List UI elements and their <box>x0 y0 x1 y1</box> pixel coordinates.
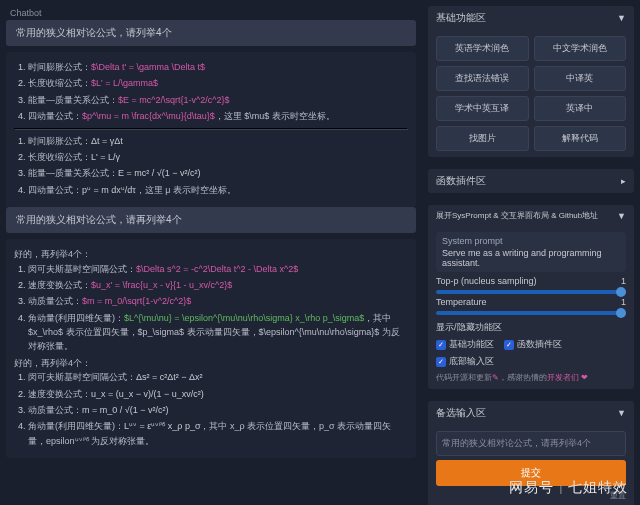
temp-slider[interactable] <box>436 311 626 315</box>
topp-slider[interactable] <box>436 290 626 294</box>
topp-value: 1 <box>621 276 626 286</box>
list-item: 动质量公式：m = m_0 / √(1 − v²/c²) <box>28 403 408 417</box>
reset-link[interactable]: 重置 <box>436 490 626 501</box>
list-item: 时间膨胀公式：$\Delta t' = \gamma \Delta t$ <box>28 60 408 74</box>
assistant-message-1: 时间膨胀公式：$\Delta t' = \gamma \Delta t$ 长度收… <box>6 52 416 207</box>
chat-main: Chatbot 常用的狭义相对论公式，请列举4个 时间膨胀公式：$\Delta … <box>0 0 422 505</box>
chevron-right-icon: ▸ <box>621 176 626 186</box>
settings-section: 展开SysPrompt & 交互界面布局 & Github地址▼ System … <box>428 205 634 389</box>
check-input[interactable]: ✓底部输入区 <box>436 355 494 368</box>
user-message-2: 常用的狭义相对论公式，请再列举4个 <box>6 207 416 233</box>
list-item: 能量—质量关系公式：E = mc² / √(1 − v²/c²) <box>28 166 408 180</box>
footnote: 代码开源和更新✎，感谢热情的开发者们 ❤ <box>436 372 626 383</box>
topp-label: Top-p (nucleus sampling) <box>436 276 537 286</box>
user-message-1: 常用的狭义相对论公式，请列举4个 <box>6 20 416 46</box>
list-item: 四动量公式：pᵘ = m dxᵘ/dτ，这里 μ 表示时空坐标。 <box>28 183 408 197</box>
input-section-header[interactable]: 备选输入区▼ <box>428 401 634 425</box>
list-item: 能量—质量关系公式：$E = mc^2/\sqrt{1-v^2/c^2}$ <box>28 93 408 107</box>
check-basic[interactable]: ✓基础功能区 <box>436 338 494 351</box>
list-item: 速度变换公式：u_x = (u_x − v)/(1 − u_xv/c²) <box>28 387 408 401</box>
sidebar: 基础功能区▼ 英语学术润色 中文学术润色 查找语法错误 中译英 学术中英互译 英… <box>422 0 640 505</box>
list-item: 闵可夫斯基时空间隔公式：$\Delta s^2 = -c^2\Delta t^2… <box>28 262 408 276</box>
plugin-section: 函数插件区▸ <box>428 169 634 193</box>
btn-english-polish[interactable]: 英语学术润色 <box>436 36 529 61</box>
tab-chatbot[interactable]: Chatbot <box>6 6 416 20</box>
system-prompt-field[interactable]: System prompt Serve me as a writing and … <box>436 232 626 272</box>
alt-input-textarea[interactable]: 常用的狭义相对论公式，请再列举4个 <box>436 431 626 456</box>
checks-label: 显示/隐藏功能区 <box>436 321 626 334</box>
temp-label: Temperature <box>436 297 487 307</box>
list-item: 动质量公式：$m = m_0/\sqrt{1-v^2/c^2}$ <box>28 294 408 308</box>
basic-section: 基础功能区▼ 英语学术润色 中文学术润色 查找语法错误 中译英 学术中英互译 英… <box>428 6 634 157</box>
settings-section-header[interactable]: 展开SysPrompt & 交互界面布局 & Github地址▼ <box>428 205 634 226</box>
temp-value: 1 <box>621 297 626 307</box>
list-item: 四动量公式：$p^\mu = m \frac{dx^\mu}{d\tau}$，这… <box>28 109 408 123</box>
chevron-down-icon: ▼ <box>617 211 626 221</box>
list-item: 角动量(利用四维矢量)：Lᵘᵛ = εᵘᵛᴾᵟ x_ρ p_σ，其中 x_ρ 表… <box>28 419 408 448</box>
assistant-message-2: 好的，再列举4个： 闵可夫斯基时空间隔公式：$\Delta s^2 = -c^2… <box>6 239 416 458</box>
plugin-section-header[interactable]: 函数插件区▸ <box>428 169 634 193</box>
input-section: 备选输入区▼ 常用的狭义相对论公式，请再列举4个 提交 重置 <box>428 401 634 505</box>
btn-academic-trans[interactable]: 学术中英互译 <box>436 96 529 121</box>
basic-section-header[interactable]: 基础功能区▼ <box>428 6 634 30</box>
check-plugin[interactable]: ✓函数插件区 <box>504 338 562 351</box>
btn-find-image[interactable]: 找图片 <box>436 126 529 151</box>
list-item: 速度变换公式：$u_x' = \frac{u_x - v}{1 - u_xv/c… <box>28 278 408 292</box>
chevron-down-icon: ▼ <box>617 408 626 418</box>
btn-zh-to-en[interactable]: 中译英 <box>534 66 627 91</box>
btn-chinese-polish[interactable]: 中文学术润色 <box>534 36 627 61</box>
chevron-down-icon: ▼ <box>617 13 626 23</box>
btn-grammar[interactable]: 查找语法错误 <box>436 66 529 91</box>
list-item: 长度收缩公式：$L' = L/\gamma$ <box>28 76 408 90</box>
btn-en-to-zh[interactable]: 英译中 <box>534 96 627 121</box>
submit-button[interactable]: 提交 <box>436 460 626 486</box>
list-item: 长度收缩公式：L' = L/γ <box>28 150 408 164</box>
list-item: 角动量(利用四维矢量)：$L^{\mu\nu} = \epsilon^{\mu\… <box>28 311 408 354</box>
list-item: 时间膨胀公式：Δt = γΔt <box>28 134 408 148</box>
list-item: 闵可夫斯基时空间隔公式：Δs² = c²Δt² − Δx² <box>28 370 408 384</box>
btn-explain-code[interactable]: 解释代码 <box>534 126 627 151</box>
